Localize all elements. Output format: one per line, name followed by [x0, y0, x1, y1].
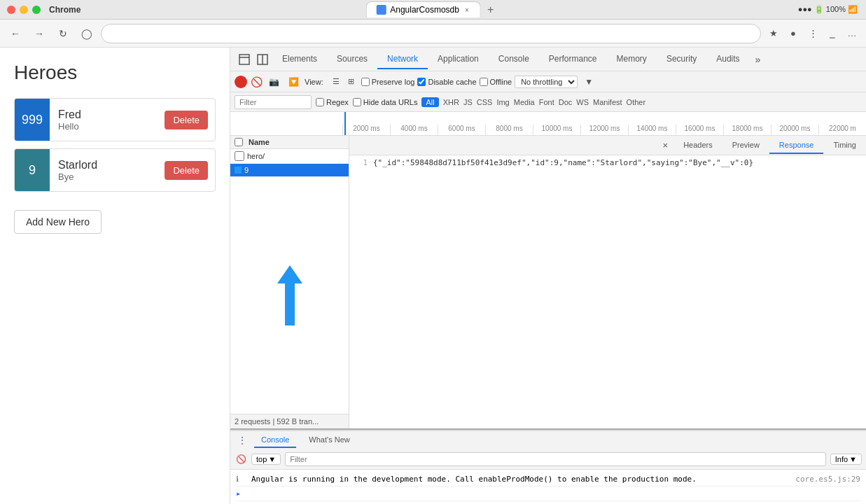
throttle-dropdown-icon[interactable]: ▼: [580, 74, 597, 90]
extensions-icon[interactable]: ●: [785, 25, 802, 42]
tab-network[interactable]: Network: [377, 50, 428, 69]
devtools-dock-icon[interactable]: ⎯: [824, 25, 841, 42]
hero-card-fred: 999 Fred Hello Delete: [14, 98, 216, 141]
console-tab-whats-new[interactable]: What's New: [302, 433, 356, 448]
console-level-dropdown[interactable]: ▼: [849, 455, 857, 463]
hero-name-2: Starlord: [58, 159, 156, 172]
throttle-select[interactable]: No throttling: [515, 76, 578, 88]
tab-overflow-icon[interactable]: »: [751, 51, 765, 68]
network-toolbar: 🚫 📷 🔽 View: ☰ ⊞ Preserve log Disable cac…: [230, 71, 866, 92]
filter-all-active[interactable]: All: [421, 97, 438, 107]
chrome-menu-icon[interactable]: ⋮: [804, 25, 821, 42]
new-tab-button[interactable]: +: [481, 0, 501, 20]
tab-performance[interactable]: Performance: [539, 50, 607, 69]
window-controls[interactable]: [7, 6, 41, 14]
console-context-dropdown[interactable]: ▼: [268, 455, 276, 463]
delete-hero-button[interactable]: Delete: [165, 111, 208, 130]
tab-console[interactable]: Console: [489, 50, 539, 69]
console-tab-console[interactable]: Console: [254, 433, 296, 448]
tab-close-icon[interactable]: ×: [463, 6, 470, 14]
tab-elements[interactable]: Elements: [272, 50, 327, 69]
response-tab-preview[interactable]: Preview: [722, 137, 769, 154]
tab-memory[interactable]: Memory: [607, 50, 657, 69]
devtools-panel: Elements Sources Network Application Con…: [230, 48, 866, 504]
hide-data-urls-checkbox[interactable]: [353, 98, 361, 106]
minimize-button[interactable]: [20, 6, 28, 14]
request-color-indicator: [235, 167, 242, 174]
bookmark-icon[interactable]: ★: [765, 25, 782, 42]
filter-media[interactable]: Media: [514, 98, 535, 106]
regex-label[interactable]: Regex: [316, 98, 349, 106]
preserve-log-label[interactable]: Preserve log: [361, 78, 415, 86]
record-button[interactable]: [235, 76, 247, 88]
request-item-hero[interactable]: hero/: [230, 149, 349, 164]
hide-data-urls-label[interactable]: Hide data URLs: [353, 98, 418, 106]
disable-cache-checkbox[interactable]: [417, 78, 426, 86]
console-level-select[interactable]: Info ▼: [830, 454, 862, 465]
console-filter-input[interactable]: [285, 452, 826, 466]
arrow-head: [277, 265, 302, 284]
regex-checkbox[interactable]: [316, 98, 324, 106]
home-button[interactable]: ◯: [77, 24, 97, 43]
tab-application[interactable]: Application: [428, 50, 489, 69]
forward-button[interactable]: →: [29, 24, 49, 43]
filter-other[interactable]: Other: [627, 98, 646, 106]
name-column-header: Name: [249, 138, 344, 146]
console-context-select[interactable]: top ▼: [251, 454, 281, 465]
filter-doc[interactable]: Doc: [559, 98, 573, 106]
filter-icon[interactable]: 🔽: [285, 74, 302, 90]
marker-10000: 10000 ms: [533, 125, 580, 135]
main-layout: Heroes 999 Fred Hello Delete 9 Starlord …: [0, 48, 866, 504]
filter-font[interactable]: Font: [539, 98, 554, 106]
console-top-bar: 🚫 top ▼ Info ▼: [230, 449, 866, 470]
request-item-9[interactable]: 9: [230, 164, 349, 177]
filter-xhr[interactable]: XHR: [443, 98, 459, 106]
page-title: Heroes: [14, 62, 216, 84]
list-view-icon[interactable]: ☰: [329, 75, 343, 89]
filter-img[interactable]: Img: [496, 98, 509, 106]
devtools-dock-side[interactable]: [254, 51, 271, 68]
maximize-button[interactable]: [32, 6, 41, 14]
preserve-log-checkbox[interactable]: [361, 78, 370, 86]
console-bar: ⋮ Console What's New: [230, 430, 866, 449]
add-new-hero-button[interactable]: Add New Hero: [14, 210, 102, 234]
hero-id: 999: [22, 113, 43, 127]
tab-sources[interactable]: Sources: [327, 50, 377, 69]
tab-security[interactable]: Security: [657, 50, 706, 69]
filter-ws[interactable]: WS: [576, 98, 589, 106]
response-tab-timing[interactable]: Timing: [823, 137, 866, 154]
console-source[interactable]: core.es5.js:29: [795, 475, 860, 484]
console-settings-icon[interactable]: ⋮: [236, 434, 249, 447]
camera-icon[interactable]: 📷: [265, 74, 282, 90]
response-content: 1 {"_id":"59848d8d711bf50f41e3d9ef","id"…: [349, 155, 866, 428]
response-tab-response[interactable]: Response: [769, 137, 824, 154]
console-context-value: top: [256, 455, 267, 463]
browser-tab[interactable]: AngularCosmosdb ×: [365, 1, 481, 18]
back-button[interactable]: ←: [6, 24, 25, 43]
filter-manifest[interactable]: Manifest: [593, 98, 622, 106]
request-checkbox-hero[interactable]: [235, 151, 244, 161]
close-button[interactable]: [7, 6, 15, 14]
filter-js[interactable]: JS: [463, 98, 473, 106]
filter-css[interactable]: CSS: [477, 98, 493, 106]
more-icon[interactable]: …: [844, 25, 860, 42]
response-tab-headers[interactable]: Headers: [673, 137, 722, 154]
hero-info-2: Starlord Bye: [50, 153, 165, 188]
network-filter-input[interactable]: [235, 95, 312, 109]
offline-label[interactable]: Offline: [480, 78, 512, 86]
tab-audits[interactable]: Audits: [706, 50, 749, 69]
marker-14000: 14000 ms: [628, 125, 676, 135]
console-block-icon[interactable]: 🚫: [235, 453, 247, 465]
offline-checkbox[interactable]: [480, 78, 488, 86]
response-close-icon[interactable]: ×: [657, 137, 674, 153]
waterfall-icon[interactable]: ⊞: [344, 75, 358, 89]
marker-20000: 20000 ms: [771, 125, 818, 135]
devtools-dock-toggle[interactable]: [236, 51, 253, 68]
select-all-checkbox[interactable]: [235, 138, 243, 146]
disable-cache-label[interactable]: Disable cache: [417, 78, 476, 86]
reload-button[interactable]: ↻: [53, 24, 73, 43]
address-bar[interactable]: localhost:3000: [101, 24, 761, 43]
upload-arrow: [277, 265, 302, 326]
clear-button[interactable]: 🚫: [250, 76, 263, 88]
delete-hero-button-2[interactable]: Delete: [165, 161, 208, 180]
